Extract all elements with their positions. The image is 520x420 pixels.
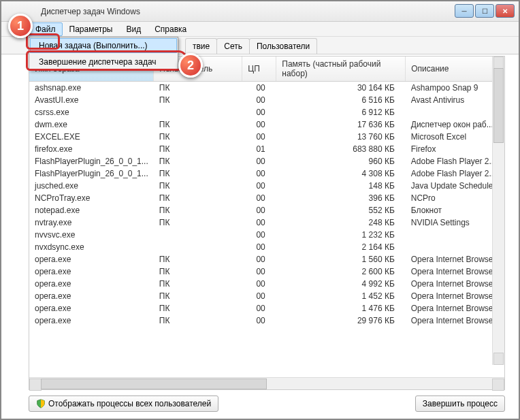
table-row[interactable]: nvxdsync.exe002 164 КБ [29, 241, 504, 253]
cell-image: dwm.exe [29, 118, 154, 131]
menu-file[interactable]: Файл [29, 22, 63, 36]
menu-new-task[interactable]: Новая задача (Выполнить...) [30, 38, 177, 53]
cell-description: Firefox [406, 143, 504, 155]
cell-cpu: 00 [242, 118, 276, 131]
cell-description: Avast Antivirus [406, 94, 504, 106]
window-controls: ─ ☐ ✕ [455, 4, 515, 18]
cell-cpu: 00 [242, 167, 276, 180]
cell-user: ПК [154, 82, 242, 95]
table-row[interactable]: ashsnap.exeПК0030 164 КБAshampoo Snap 9 [29, 82, 504, 95]
table-row[interactable]: csrss.exe006 912 КБ [29, 106, 504, 118]
table-row[interactable]: opera.exeПК004 992 КБOpera Internet Brow… [29, 278, 504, 290]
cell-image: opera.exe [29, 278, 154, 290]
cell-description: Opera Internet Browser [406, 278, 504, 290]
table-row[interactable]: EXCEL.EXEПК0013 760 КБMicrosoft Excel [29, 131, 504, 143]
cell-image: csrss.exe [29, 106, 154, 118]
table-row[interactable]: opera.exeПК001 476 КБOpera Internet Brow… [29, 302, 504, 314]
cell-cpu: 00 [242, 155, 276, 167]
cell-image: nvvsvc.exe [29, 229, 154, 241]
tab-partial[interactable]: твие [185, 38, 217, 54]
table-row[interactable]: opera.exeПК0029 976 КБOpera Internet Bro… [29, 314, 504, 327]
menu-help[interactable]: Справка [148, 22, 193, 36]
table-row[interactable]: NCProTray.exeПК00396 КБNCPro [29, 192, 504, 204]
cell-user [154, 241, 242, 253]
horizontal-scrollbar[interactable] [29, 377, 504, 389]
col-description[interactable]: Описание [406, 56, 504, 82]
show-all-users-button[interactable]: Отображать процессы всех пользователей [29, 395, 218, 412]
minimize-button[interactable]: ─ [455, 4, 474, 18]
menu-view[interactable]: Вид [119, 22, 148, 36]
process-list-panel: Имя образа Пользователь ЦП Память (частн… [29, 56, 505, 390]
table-row[interactable]: opera.exeПК001 560 КБOpera Internet Brow… [29, 253, 504, 265]
tab-users[interactable]: Пользователи [249, 38, 317, 54]
file-dropdown: Новая задача (Выполнить...) Завершение д… [29, 37, 178, 71]
table-row[interactable]: opera.exeПК001 452 КБOpera Internet Brow… [29, 290, 504, 302]
cell-description: Adobe Flash Player 2... [406, 155, 504, 167]
table-row[interactable]: FlashPlayerPlugin_26_0_0_1...ПК004 308 К… [29, 167, 504, 180]
cell-cpu: 00 [242, 290, 276, 302]
cell-image: FlashPlayerPlugin_26_0_0_1... [29, 155, 154, 167]
menu-bar: Файл Параметры Вид Справка [1, 22, 519, 37]
cell-memory: 2 164 КБ [276, 241, 406, 253]
cell-image: opera.exe [29, 253, 154, 265]
cell-memory: 1 452 КБ [276, 290, 406, 302]
cell-user: ПК [154, 314, 242, 327]
cell-memory: 1 560 КБ [276, 253, 406, 265]
cell-user: ПК [154, 143, 242, 155]
table-row[interactable]: dwm.exeПК0017 636 КБДиспетчер окон раб..… [29, 118, 504, 131]
end-process-button[interactable]: Завершить процесс [415, 395, 505, 412]
cell-image: opera.exe [29, 265, 154, 278]
cell-image: opera.exe [29, 290, 154, 302]
cell-cpu: 01 [242, 143, 276, 155]
cell-cpu: 00 [242, 106, 276, 118]
menu-options[interactable]: Параметры [63, 22, 120, 36]
cell-user: ПК [154, 302, 242, 314]
cell-memory: 148 КБ [276, 180, 406, 192]
table-row[interactable]: nvtray.exeПК00248 КБNVIDIA Settings [29, 216, 504, 229]
col-memory[interactable]: Память (частный рабочий набор) [276, 56, 406, 82]
cell-description [406, 229, 504, 241]
cell-description: Блокнот [406, 204, 504, 216]
cell-cpu: 00 [242, 253, 276, 265]
close-button[interactable]: ✕ [495, 4, 515, 18]
show-all-users-label: Отображать процессы всех пользователей [48, 399, 211, 408]
cell-image: jusched.exe [29, 180, 154, 192]
cell-memory: 248 КБ [276, 216, 406, 229]
cell-user: ПК [154, 253, 242, 265]
tab-network[interactable]: Сеть [216, 38, 250, 54]
table-row[interactable]: nvvsvc.exe001 232 КБ [29, 229, 504, 241]
cell-user: ПК [154, 131, 242, 143]
title-bar: Диспетчер задач Windows ─ ☐ ✕ [1, 1, 519, 22]
cell-description: NCPro [406, 192, 504, 204]
vertical-scrollbar[interactable] [492, 56, 504, 365]
cell-cpu: 00 [242, 265, 276, 278]
cell-cpu: 00 [242, 314, 276, 327]
table-scroll-area[interactable]: Имя образа Пользователь ЦП Память (частн… [29, 56, 504, 377]
table-row[interactable]: jusched.exeПК00148 КБJava Update Schedul… [29, 180, 504, 192]
col-cpu[interactable]: ЦП [242, 56, 276, 82]
maximize-button[interactable]: ☐ [475, 4, 494, 18]
menu-exit-task-manager[interactable]: Завершение диспетчера задач [29, 54, 178, 70]
cell-image: nvxdsync.exe [29, 241, 154, 253]
cell-cpu: 00 [242, 241, 276, 253]
cell-memory: 2 600 КБ [276, 265, 406, 278]
cell-memory: 4 308 КБ [276, 167, 406, 180]
cell-image: AvastUI.exe [29, 94, 154, 106]
cell-description: Opera Internet Browser [406, 302, 504, 314]
table-row[interactable]: notepad.exeПК00552 КББлокнот [29, 204, 504, 216]
table-row[interactable]: FlashPlayerPlugin_26_0_0_1...ПК00960 КБA… [29, 155, 504, 167]
table-row[interactable]: AvastUI.exeПК006 516 КБAvast Antivirus [29, 94, 504, 106]
cell-description: Диспетчер окон раб... [406, 118, 504, 131]
table-row[interactable]: firefox.exeПК01683 880 КБFirefox [29, 143, 504, 155]
cell-cpu: 00 [242, 229, 276, 241]
cell-description: Java Update Scheduler [406, 180, 504, 192]
cell-description: Adobe Flash Player 2... [406, 167, 504, 180]
cell-memory: 29 976 КБ [276, 314, 406, 327]
cell-user: ПК [154, 192, 242, 204]
cell-user: ПК [154, 204, 242, 216]
table-row[interactable]: opera.exeПК002 600 КБOpera Internet Brow… [29, 265, 504, 278]
cell-memory: 6 516 КБ [276, 94, 406, 106]
cell-memory: 4 992 КБ [276, 278, 406, 290]
cell-user [154, 229, 242, 241]
cell-description: Opera Internet Browser [406, 265, 504, 278]
